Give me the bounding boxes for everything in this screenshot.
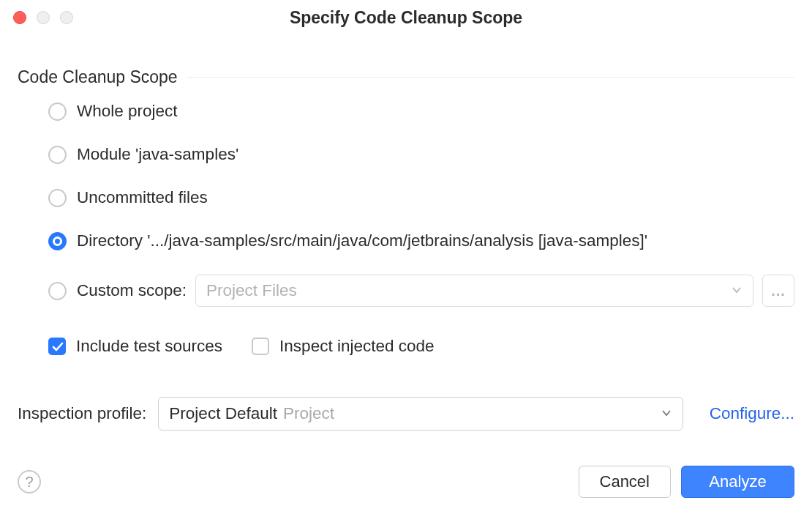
scope-option-label: Module 'java-samples'	[77, 145, 238, 164]
radio-icon	[48, 146, 67, 164]
inspection-profile-row: Inspection profile: Project Default Proj…	[18, 397, 794, 431]
scope-option-label: Whole project	[77, 102, 178, 121]
divider	[187, 77, 794, 78]
radio-icon	[48, 232, 67, 250]
radio-icon	[48, 189, 67, 207]
dialog-window: Specify Code Cleanup Scope Code Cleanup …	[0, 0, 812, 514]
dialog-title: Specify Code Cleanup Scope	[0, 8, 812, 28]
chevron-down-icon	[661, 404, 672, 423]
radio-icon	[48, 282, 67, 300]
button-label: Cancel	[600, 472, 650, 491]
inspect-injected-checkbox[interactable]: Inspect injected code	[252, 337, 434, 356]
titlebar: Specify Code Cleanup Scope	[0, 0, 812, 35]
scope-option-label: Uncommitted files	[77, 188, 208, 207]
question-icon: ?	[25, 474, 33, 491]
scope-option-uncommitted[interactable]: Uncommitted files	[48, 188, 794, 207]
scope-option-label: Custom scope:	[77, 281, 187, 300]
chevron-down-icon	[731, 281, 743, 300]
scope-option-directory[interactable]: Directory '.../java-samples/src/main/jav…	[48, 231, 794, 250]
radio-icon	[48, 103, 67, 121]
checkbox-icon	[48, 338, 66, 355]
scope-option-custom-radio[interactable]: Custom scope:	[48, 281, 187, 300]
button-label: Analyze	[709, 472, 766, 491]
ellipsis-icon: ...	[771, 283, 786, 299]
scope-option-label: Directory '.../java-samples/src/main/jav…	[77, 231, 647, 250]
custom-scope-combo[interactable]: Project Files	[195, 275, 753, 307]
scope-options: Whole project Module 'java-samples' Unco…	[18, 102, 794, 356]
custom-scope-value: Project Files	[206, 281, 297, 300]
inspection-profile-subvalue: Project	[283, 404, 334, 423]
checkbox-row: Include test sources Inspect injected co…	[48, 337, 794, 356]
checkbox-icon	[252, 338, 269, 355]
dialog-content: Code Cleanup Scope Whole project Module …	[0, 35, 812, 431]
custom-scope-browse-button[interactable]: ...	[762, 275, 794, 307]
cancel-button[interactable]: Cancel	[579, 466, 671, 498]
scope-group-title: Code Cleanup Scope	[18, 67, 178, 87]
scope-group-header: Code Cleanup Scope	[18, 67, 794, 87]
scope-option-module[interactable]: Module 'java-samples'	[48, 145, 794, 164]
include-test-sources-checkbox[interactable]: Include test sources	[48, 337, 222, 356]
scope-option-whole-project[interactable]: Whole project	[48, 102, 794, 121]
configure-link[interactable]: Configure...	[710, 404, 794, 423]
dialog-footer: ? Cancel Analyze	[18, 466, 794, 498]
inspection-profile-label: Inspection profile:	[18, 404, 146, 423]
scope-option-custom: Custom scope: Project Files ...	[48, 275, 794, 307]
inspection-profile-value: Project Default	[169, 404, 277, 423]
inspection-profile-combo[interactable]: Project Default Project	[158, 397, 683, 431]
analyze-button[interactable]: Analyze	[681, 466, 794, 498]
footer-buttons: Cancel Analyze	[579, 466, 794, 498]
checkbox-label: Include test sources	[76, 337, 222, 356]
help-button[interactable]: ?	[18, 470, 41, 493]
checkbox-label: Inspect injected code	[279, 337, 434, 356]
